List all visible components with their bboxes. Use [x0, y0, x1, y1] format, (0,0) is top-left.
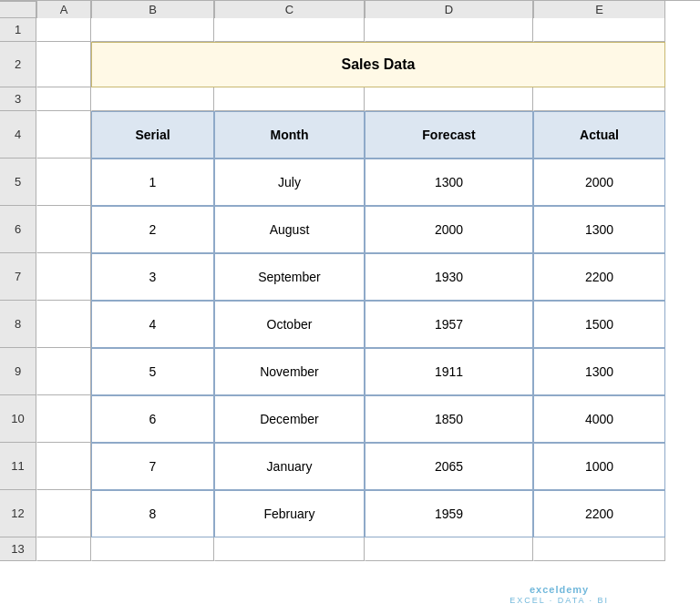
row-1: 1 [0, 18, 700, 42]
cell-actual-1[interactable]: 2000 [533, 159, 665, 206]
cell-serial-6[interactable]: 6 [91, 395, 214, 443]
cell-month-1[interactable]: July [214, 159, 365, 206]
cell-9a[interactable] [36, 348, 91, 395]
row-header-6: 6 [0, 206, 36, 253]
row-6: 6 2 August 2000 1300 [0, 206, 700, 253]
cell-forecast-8[interactable]: 1959 [365, 490, 533, 537]
cell-actual-4[interactable]: 1500 [533, 301, 665, 348]
cell-serial-8[interactable]: 8 [91, 490, 214, 537]
cell-serial-5[interactable]: 5 [91, 348, 214, 395]
cell-5a[interactable] [36, 159, 91, 206]
row-8: 8 4 October 1957 1500 [0, 301, 700, 348]
cell-month-8[interactable]: February [214, 490, 365, 537]
cell-actual-7[interactable]: 1000 [533, 443, 665, 490]
cell-1e[interactable] [533, 18, 665, 42]
cell-serial-1[interactable]: 1 [91, 159, 214, 206]
cell-serial-7[interactable]: 7 [91, 443, 214, 490]
cell-serial-4[interactable]: 4 [91, 301, 214, 348]
row-7: 7 3 September 1930 2200 [0, 253, 700, 301]
row-header-13: 13 [0, 537, 36, 561]
row-header-10: 10 [0, 395, 36, 443]
col-header-e: E [533, 1, 665, 18]
row-header-1: 1 [0, 18, 36, 42]
cell-forecast-5[interactable]: 1911 [365, 348, 533, 395]
corner-cell [0, 1, 36, 18]
cell-8a[interactable] [36, 301, 91, 348]
col-header-row: A B C D E [0, 0, 700, 18]
cell-6a[interactable] [36, 206, 91, 253]
col-header-b: B [91, 1, 214, 18]
cell-13c[interactable] [214, 537, 365, 561]
col-header-a: A [36, 1, 91, 18]
watermark-line1: exceldemy [510, 583, 609, 596]
cell-month-3[interactable]: September [214, 253, 365, 301]
cell-7a[interactable] [36, 253, 91, 301]
row-header-7: 7 [0, 253, 36, 301]
cell-forecast-7[interactable]: 2065 [365, 443, 533, 490]
row-header-9: 9 [0, 348, 36, 395]
row-5: 5 1 July 1300 2000 [0, 159, 700, 206]
cell-serial-3[interactable]: 3 [91, 253, 214, 301]
row-9: 9 5 November 1911 1300 [0, 348, 700, 395]
header-serial: Serial [91, 111, 214, 159]
header-actual: Actual [533, 111, 665, 159]
cell-actual-8[interactable]: 2200 [533, 490, 665, 537]
cell-actual-2[interactable]: 1300 [533, 206, 665, 253]
cell-month-2[interactable]: August [214, 206, 365, 253]
cell-3b[interactable] [91, 87, 214, 111]
cell-forecast-4[interactable]: 1957 [365, 301, 533, 348]
cell-10a[interactable] [36, 395, 91, 443]
header-month: Month [214, 111, 365, 159]
cell-month-5[interactable]: November [214, 348, 365, 395]
cell-11a[interactable] [36, 443, 91, 490]
cell-month-6[interactable]: December [214, 395, 365, 443]
cell-1b[interactable] [91, 18, 214, 42]
cell-forecast-2[interactable]: 2000 [365, 206, 533, 253]
spreadsheet: A B C D E 1 2 Sales Data 3 4 Serial Mont… [0, 0, 700, 614]
row-12: 12 8 February 1959 2200 [0, 490, 700, 537]
header-forecast: Forecast [365, 111, 533, 159]
row-2: 2 Sales Data [0, 42, 700, 87]
cell-3c[interactable] [214, 87, 365, 111]
cell-13a[interactable] [36, 537, 91, 561]
watermark: exceldemy EXCEL · DATA · BI [510, 583, 609, 607]
cell-1c[interactable] [214, 18, 365, 42]
row-10: 10 6 December 1850 4000 [0, 395, 700, 443]
cell-3a[interactable] [36, 87, 91, 111]
cell-month-4[interactable]: October [214, 301, 365, 348]
row-header-5: 5 [0, 159, 36, 206]
title-cell: Sales Data [91, 42, 665, 87]
watermark-line2: EXCEL · DATA · BI [510, 596, 609, 607]
row-header-3: 3 [0, 87, 36, 111]
cell-actual-3[interactable]: 2200 [533, 253, 665, 301]
cell-month-7[interactable]: January [214, 443, 365, 490]
col-header-c: C [214, 1, 365, 18]
cell-actual-6[interactable]: 4000 [533, 395, 665, 443]
cell-13e[interactable] [533, 537, 665, 561]
cell-3e[interactable] [533, 87, 665, 111]
row-header-8: 8 [0, 301, 36, 348]
cell-forecast-3[interactable]: 1930 [365, 253, 533, 301]
cell-12a[interactable] [36, 490, 91, 537]
cell-13b[interactable] [91, 537, 214, 561]
row-header-12: 12 [0, 490, 36, 537]
row-header-11: 11 [0, 443, 36, 490]
cell-2a[interactable] [36, 42, 91, 87]
cell-13d[interactable] [365, 537, 533, 561]
cell-forecast-1[interactable]: 1300 [365, 159, 533, 206]
cell-serial-2[interactable]: 2 [91, 206, 214, 253]
cell-4a[interactable] [36, 111, 91, 159]
col-header-d: D [365, 1, 533, 18]
row-header-2: 2 [0, 42, 36, 87]
cell-actual-5[interactable]: 1300 [533, 348, 665, 395]
row-13: 13 [0, 537, 700, 561]
row-3: 3 [0, 87, 700, 111]
cell-1d[interactable] [365, 18, 533, 42]
row-11: 11 7 January 2065 1000 [0, 443, 700, 490]
cell-forecast-6[interactable]: 1850 [365, 395, 533, 443]
row-header-4: 4 [0, 111, 36, 159]
cell-3d[interactable] [365, 87, 533, 111]
row-4-header: 4 Serial Month Forecast Actual [0, 111, 700, 159]
cell-1a[interactable] [36, 18, 91, 42]
